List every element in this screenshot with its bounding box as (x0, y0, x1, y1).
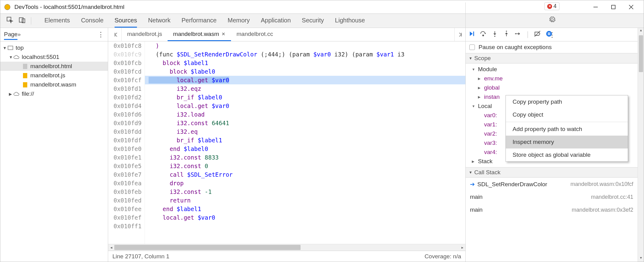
svg-point-12 (483, 35, 484, 36)
status-coverage: Coverage: n/a (425, 253, 461, 260)
pause-exceptions-icon[interactable] (546, 30, 552, 39)
scope-module-item[interactable]: ▶env.me (476, 74, 638, 83)
tree-fileurl[interactable]: ▶ file:// (0, 89, 108, 98)
pause-exceptions-label: Pause on caught exceptions (479, 44, 552, 51)
context-menu-item[interactable]: Store object as global variable (506, 148, 628, 161)
inspect-element-icon[interactable] (6, 17, 13, 25)
tab-lighthouse[interactable]: Lighthouse (335, 14, 365, 28)
context-menu: Copy property pathCopy objectAdd propert… (506, 95, 628, 162)
error-count: 4 (553, 3, 556, 10)
navigator-panel: Page » ⋮ ▼ top ▼ localhost:5501 mandelbr… (0, 28, 108, 262)
file-tab[interactable]: mandelbrot.js (122, 28, 168, 41)
debugger-vscrollbar[interactable]: ▴ ▾ (638, 28, 644, 262)
deactivate-breakpoints-icon[interactable] (534, 30, 541, 39)
tab-nav-prev-icon[interactable] (111, 28, 122, 41)
callstack-section-header[interactable]: ▼Call Stack (466, 167, 638, 178)
settings-icon[interactable] (549, 16, 555, 25)
context-menu-item[interactable]: Copy object (506, 108, 628, 121)
step-out-icon[interactable] (503, 30, 510, 39)
tree-top[interactable]: ▼ top (0, 43, 108, 52)
file-tab[interactable]: mandelbrot.cc (231, 28, 278, 41)
tab-memory[interactable]: Memory (228, 14, 250, 28)
error-icon: ✕ (547, 4, 552, 9)
svg-rect-6 (19, 18, 23, 22)
tree-file[interactable]: mandelbrot.html (0, 62, 108, 71)
status-cursor-pos: Line 27107, Column 1 (112, 253, 169, 260)
tab-console[interactable]: Console (81, 14, 103, 28)
tab-network[interactable]: Network (148, 14, 170, 28)
frame-icon (7, 45, 14, 51)
tree-host-label: localhost:5501 (22, 54, 59, 60)
svg-rect-18 (548, 32, 549, 35)
tree-file[interactable]: mandelbrot.wasm (0, 80, 108, 89)
step-into-icon[interactable] (491, 30, 498, 39)
context-menu-item[interactable]: Add property path to watch (506, 123, 628, 136)
devtools-icon (4, 4, 11, 10)
svg-rect-8 (8, 46, 13, 50)
file-tab[interactable]: mandelbrot.wasm✕ (168, 28, 231, 41)
editor-statusbar: Line 27107, Column 1 Coverage: n/a (108, 251, 465, 262)
step-icon[interactable] (515, 30, 521, 39)
tab-elements[interactable]: Elements (44, 14, 70, 28)
callstack-frame[interactable]: ➔SDL_SetRenderDrawColormandelbrot.wasm:0… (466, 178, 638, 191)
svg-point-13 (494, 36, 495, 37)
scope-module-header[interactable]: ▼Module (470, 65, 638, 74)
code-editor[interactable]: 0x010fc80x010fc90x010fcb0x010fcd0x010fcf… (108, 41, 465, 244)
navigator-tab-page[interactable]: Page (4, 31, 17, 40)
tab-security[interactable]: Security (302, 14, 324, 28)
pause-exceptions-checkbox[interactable] (469, 44, 475, 50)
context-menu-item[interactable]: Copy property path (506, 95, 628, 108)
tree-fileurl-label: file:// (22, 91, 34, 97)
tab-application[interactable]: Application (261, 14, 291, 28)
debugger-toolbar (466, 28, 638, 41)
scope-section-header[interactable]: ▼Scope (466, 53, 638, 64)
navigator-overflow-icon[interactable]: » (17, 31, 21, 38)
svg-rect-19 (549, 32, 550, 35)
svg-point-0 (5, 4, 10, 10)
tree-top-label: top (16, 44, 24, 51)
svg-point-15 (515, 33, 516, 34)
cloud-icon (13, 91, 20, 97)
svg-point-17 (546, 31, 552, 37)
step-over-icon[interactable] (480, 30, 487, 39)
callstack-frame[interactable]: mainmandelbrot.cc:41 (466, 191, 638, 203)
navigator-menu-icon[interactable]: ⋮ (97, 31, 104, 39)
svg-point-14 (506, 31, 507, 32)
scope-module-item[interactable]: ▶global (476, 83, 638, 92)
cloud-icon (13, 54, 20, 60)
callstack-frame[interactable]: mainmandelbrot.wasm:0x3ef2 (466, 203, 638, 216)
vscrollbar-thumb[interactable] (639, 35, 643, 72)
device-toolbar-icon[interactable] (19, 17, 25, 25)
close-tab-icon[interactable]: ✕ (222, 31, 225, 37)
hscrollbar-thumb[interactable] (114, 245, 301, 250)
tree-file[interactable]: mandelbrot.js (0, 71, 108, 80)
svg-rect-11 (473, 32, 474, 36)
resume-icon[interactable] (468, 30, 475, 39)
context-menu-item[interactable]: Inspect memory (506, 136, 628, 148)
pause-on-exceptions-row[interactable]: Pause on caught exceptions (466, 41, 638, 53)
tab-performance[interactable]: Performance (182, 14, 217, 28)
main-tabbar: ElementsConsoleSourcesNetworkPerformance… (0, 14, 644, 28)
file-tree: ▼ top ▼ localhost:5501 mandelbrot.htmlma… (0, 41, 108, 100)
tree-host[interactable]: ▼ localhost:5501 (0, 52, 108, 62)
tab-nav-next-icon[interactable] (454, 28, 465, 41)
editor-hscrollbar[interactable]: ◂ ▸ (108, 244, 465, 251)
tab-sources[interactable]: Sources (115, 14, 137, 28)
error-badge[interactable]: ✕ 4 (544, 2, 559, 10)
editor-panel: mandelbrot.jsmandelbrot.wasm✕mandelbrot.… (108, 28, 465, 262)
file-tabs: mandelbrot.jsmandelbrot.wasm✕mandelbrot.… (108, 28, 465, 41)
